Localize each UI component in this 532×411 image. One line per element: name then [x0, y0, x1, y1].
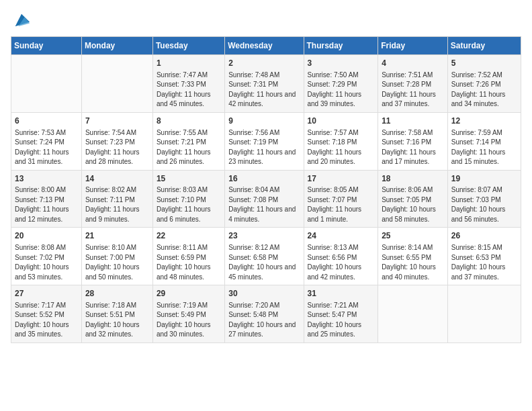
calendar-cell: 30Sunrise: 7:20 AM Sunset: 5:48 PM Dayli… [225, 285, 304, 343]
calendar-cell: 15Sunrise: 8:03 AM Sunset: 7:10 PM Dayli… [152, 170, 224, 228]
calendar-cell: 21Sunrise: 8:10 AM Sunset: 7:00 PM Dayli… [81, 228, 152, 285]
day-number: 7 [85, 116, 149, 127]
day-number: 8 [157, 116, 221, 127]
page-header [11, 11, 521, 30]
calendar-cell: 9Sunrise: 7:56 AM Sunset: 7:19 PM Daylig… [225, 112, 304, 170]
day-info: Sunrise: 7:47 AM Sunset: 7:33 PM Dayligh… [157, 71, 221, 109]
day-number: 26 [451, 230, 517, 242]
day-number: 23 [228, 230, 300, 242]
calendar-cell: 13Sunrise: 8:00 AM Sunset: 7:13 PM Dayli… [11, 170, 82, 228]
day-info: Sunrise: 8:15 AM Sunset: 6:53 PM Dayligh… [451, 243, 517, 282]
day-info: Sunrise: 8:11 AM Sunset: 6:59 PM Dayligh… [157, 243, 221, 282]
calendar-cell: 17Sunrise: 8:05 AM Sunset: 7:07 PM Dayli… [304, 170, 378, 228]
calendar-cell [378, 285, 448, 343]
header-day-sunday: Sunday [11, 37, 82, 55]
calendar-cell [447, 285, 521, 343]
calendar-cell: 5Sunrise: 7:52 AM Sunset: 7:26 PM Daylig… [447, 55, 521, 113]
day-info: Sunrise: 7:53 AM Sunset: 7:24 PM Dayligh… [15, 128, 78, 167]
day-info: Sunrise: 8:13 AM Sunset: 6:56 PM Dayligh… [308, 243, 375, 282]
day-number: 25 [382, 230, 444, 242]
calendar-cell: 16Sunrise: 8:04 AM Sunset: 7:08 PM Dayli… [225, 170, 304, 228]
week-row-1: 1Sunrise: 7:47 AM Sunset: 7:33 PM Daylig… [11, 55, 521, 113]
calendar-cell: 12Sunrise: 7:59 AM Sunset: 7:14 PM Dayli… [447, 112, 521, 170]
week-row-4: 20Sunrise: 8:08 AM Sunset: 7:02 PM Dayli… [11, 228, 521, 285]
day-number: 29 [157, 288, 221, 300]
day-info: Sunrise: 8:04 AM Sunset: 7:08 PM Dayligh… [228, 185, 300, 224]
day-number: 2 [228, 58, 300, 69]
calendar-cell: 26Sunrise: 8:15 AM Sunset: 6:53 PM Dayli… [447, 228, 521, 285]
day-info: Sunrise: 7:55 AM Sunset: 7:21 PM Dayligh… [157, 128, 221, 167]
day-info: Sunrise: 7:58 AM Sunset: 7:16 PM Dayligh… [382, 128, 444, 167]
day-number: 5 [451, 58, 517, 69]
day-number: 30 [228, 288, 300, 300]
calendar-table: SundayMondayTuesdayWednesdayThursdayFrid… [11, 36, 521, 343]
day-info: Sunrise: 8:02 AM Sunset: 7:11 PM Dayligh… [85, 185, 149, 224]
day-info: Sunrise: 8:00 AM Sunset: 7:13 PM Dayligh… [15, 185, 78, 224]
calendar-cell: 25Sunrise: 8:14 AM Sunset: 6:55 PM Dayli… [378, 228, 448, 285]
day-number: 11 [382, 116, 444, 127]
day-info: Sunrise: 8:07 AM Sunset: 7:03 PM Dayligh… [451, 185, 517, 224]
calendar-cell: 3Sunrise: 7:50 AM Sunset: 7:29 PM Daylig… [304, 55, 378, 113]
day-info: Sunrise: 8:08 AM Sunset: 7:02 PM Dayligh… [15, 243, 78, 282]
day-info: Sunrise: 7:21 AM Sunset: 5:47 PM Dayligh… [308, 301, 375, 340]
header-day-wednesday: Wednesday [225, 37, 304, 55]
day-number: 12 [451, 116, 517, 127]
header-day-friday: Friday [378, 37, 448, 55]
calendar-cell: 10Sunrise: 7:57 AM Sunset: 7:18 PM Dayli… [304, 112, 378, 170]
day-number: 13 [15, 173, 78, 185]
calendar-cell: 20Sunrise: 8:08 AM Sunset: 7:02 PM Dayli… [11, 228, 82, 285]
calendar-cell [11, 55, 82, 113]
calendar-cell: 23Sunrise: 8:12 AM Sunset: 6:58 PM Dayli… [225, 228, 304, 285]
week-row-3: 13Sunrise: 8:00 AM Sunset: 7:13 PM Dayli… [11, 170, 521, 228]
day-info: Sunrise: 7:18 AM Sunset: 5:51 PM Dayligh… [85, 301, 149, 340]
day-number: 10 [308, 116, 375, 127]
calendar-cell: 2Sunrise: 7:48 AM Sunset: 7:31 PM Daylig… [225, 55, 304, 113]
day-info: Sunrise: 8:12 AM Sunset: 6:58 PM Dayligh… [228, 243, 300, 282]
day-number: 9 [228, 116, 300, 127]
day-number: 6 [15, 116, 78, 127]
calendar-cell: 6Sunrise: 7:53 AM Sunset: 7:24 PM Daylig… [11, 112, 82, 170]
day-info: Sunrise: 8:05 AM Sunset: 7:07 PM Dayligh… [308, 185, 375, 224]
day-info: Sunrise: 7:48 AM Sunset: 7:31 PM Dayligh… [228, 71, 300, 109]
day-info: Sunrise: 7:19 AM Sunset: 5:49 PM Dayligh… [157, 301, 221, 340]
calendar-cell: 14Sunrise: 8:02 AM Sunset: 7:11 PM Dayli… [81, 170, 152, 228]
day-number: 19 [451, 173, 517, 185]
header-day-saturday: Saturday [447, 37, 521, 55]
day-info: Sunrise: 7:54 AM Sunset: 7:23 PM Dayligh… [85, 128, 149, 167]
day-info: Sunrise: 8:10 AM Sunset: 7:00 PM Dayligh… [85, 243, 149, 282]
calendar-cell: 4Sunrise: 7:51 AM Sunset: 7:28 PM Daylig… [378, 55, 448, 113]
day-number: 21 [85, 230, 149, 242]
day-number: 16 [228, 173, 300, 185]
day-number: 22 [157, 230, 221, 242]
day-number: 31 [308, 288, 375, 300]
calendar-cell: 31Sunrise: 7:21 AM Sunset: 5:47 PM Dayli… [304, 285, 378, 343]
day-info: Sunrise: 7:59 AM Sunset: 7:14 PM Dayligh… [451, 128, 517, 167]
calendar-cell: 28Sunrise: 7:18 AM Sunset: 5:51 PM Dayli… [81, 285, 152, 343]
day-info: Sunrise: 7:57 AM Sunset: 7:18 PM Dayligh… [308, 128, 375, 167]
day-info: Sunrise: 7:20 AM Sunset: 5:48 PM Dayligh… [228, 301, 300, 340]
calendar-cell: 8Sunrise: 7:55 AM Sunset: 7:21 PM Daylig… [152, 112, 224, 170]
day-info: Sunrise: 7:56 AM Sunset: 7:19 PM Dayligh… [228, 128, 300, 167]
header-day-tuesday: Tuesday [152, 37, 224, 55]
calendar-cell: 11Sunrise: 7:58 AM Sunset: 7:16 PM Dayli… [378, 112, 448, 170]
day-number: 27 [15, 288, 78, 300]
logo-icon [12, 11, 31, 30]
week-row-2: 6Sunrise: 7:53 AM Sunset: 7:24 PM Daylig… [11, 112, 521, 170]
day-number: 18 [382, 173, 444, 185]
calendar-cell: 22Sunrise: 8:11 AM Sunset: 6:59 PM Dayli… [152, 228, 224, 285]
day-info: Sunrise: 7:17 AM Sunset: 5:52 PM Dayligh… [15, 301, 78, 340]
day-info: Sunrise: 7:52 AM Sunset: 7:26 PM Dayligh… [451, 71, 517, 109]
day-info: Sunrise: 7:50 AM Sunset: 7:29 PM Dayligh… [308, 71, 375, 109]
day-number: 3 [308, 58, 375, 69]
calendar-cell: 18Sunrise: 8:06 AM Sunset: 7:05 PM Dayli… [378, 170, 448, 228]
day-number: 28 [85, 288, 149, 300]
calendar-cell: 1Sunrise: 7:47 AM Sunset: 7:33 PM Daylig… [152, 55, 224, 113]
calendar-cell: 29Sunrise: 7:19 AM Sunset: 5:49 PM Dayli… [152, 285, 224, 343]
day-number: 17 [308, 173, 375, 185]
header-day-monday: Monday [81, 37, 152, 55]
day-number: 24 [308, 230, 375, 242]
day-info: Sunrise: 7:51 AM Sunset: 7:28 PM Dayligh… [382, 71, 444, 109]
day-info: Sunrise: 8:14 AM Sunset: 6:55 PM Dayligh… [382, 243, 444, 282]
calendar-cell [81, 55, 152, 113]
calendar-cell: 7Sunrise: 7:54 AM Sunset: 7:23 PM Daylig… [81, 112, 152, 170]
